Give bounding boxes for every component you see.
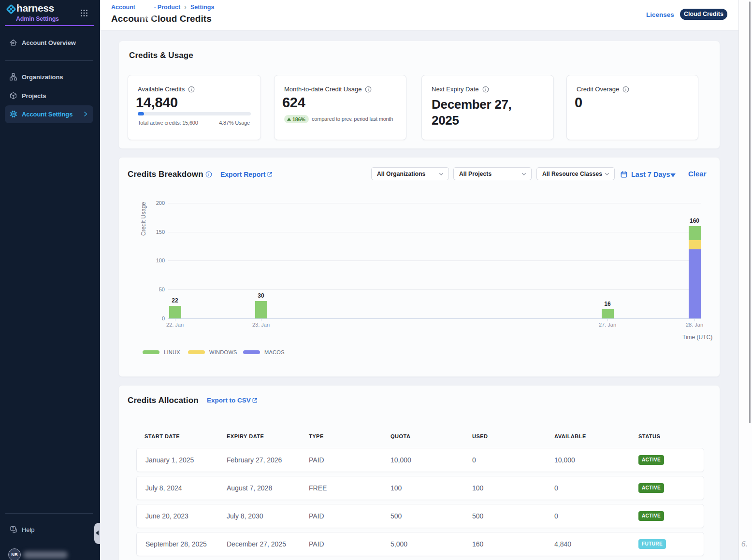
svg-text:?: ? [12,527,14,530]
